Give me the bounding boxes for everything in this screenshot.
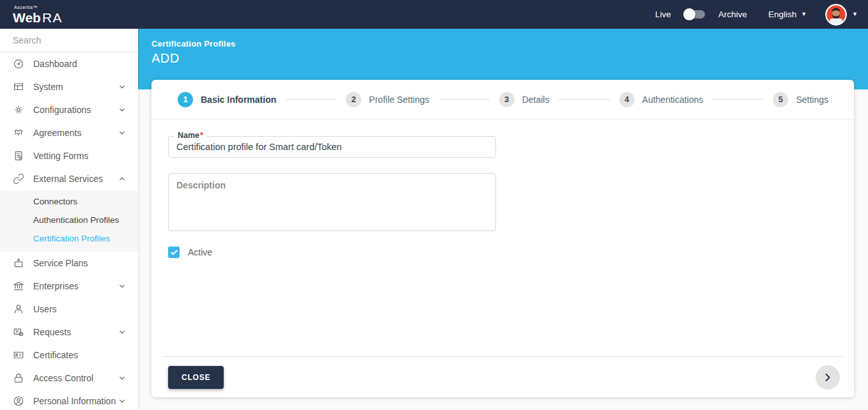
requests-icon <box>13 326 24 338</box>
sidebar-item-access-control[interactable]: Access Control <box>0 367 138 390</box>
archive-label: Archive <box>718 10 747 19</box>
sidebar-item-label: Configurations <box>33 105 118 115</box>
user-menu-caret-icon: ▼ <box>852 11 858 17</box>
users-icon <box>13 303 24 315</box>
language-caret-icon: ▼ <box>801 11 807 17</box>
search-input[interactable] <box>13 35 128 45</box>
step-number: 4 <box>619 92 635 107</box>
live-label: Live <box>655 10 671 19</box>
checkmark-icon <box>170 248 178 257</box>
sidebar-subitem-connectors[interactable]: Connectors <box>0 192 138 211</box>
external-services-submenu: Connectors Authentication Profiles Certi… <box>0 190 138 252</box>
chevron-down-icon <box>118 328 127 337</box>
vetting-forms-icon <box>13 150 24 162</box>
chevron-down-icon <box>118 82 127 91</box>
step-connector <box>713 99 763 100</box>
sidebar-item-vetting-forms[interactable]: Vetting Forms <box>0 144 138 167</box>
sidebar-item-dashboard[interactable]: Dashboard <box>0 52 138 75</box>
active-checkbox-row: Active <box>168 247 837 258</box>
name-field-group: Name* <box>168 136 496 158</box>
sidebar-subitem-authentication-profiles[interactable]: Authentication Profiles <box>0 211 138 229</box>
step-connector <box>439 99 490 100</box>
configurations-icon <box>13 104 24 116</box>
sidebar-item-label: Users <box>33 304 127 314</box>
sidebar-item-system[interactable]: System <box>0 75 138 98</box>
access-control-icon <box>13 372 24 384</box>
sidebar-item-personal-information[interactable]: Personal Information <box>0 390 138 410</box>
close-button[interactable]: CLOSE <box>168 366 224 389</box>
sidebar-item-label: Agreements <box>33 128 118 138</box>
agreements-icon <box>13 127 24 139</box>
sidebar-item-label: Access Control <box>33 373 118 383</box>
sidebar-item-enterprises[interactable]: Enterprises <box>0 275 138 298</box>
sidebar-item-certificates[interactable]: Certificates <box>0 344 138 367</box>
system-icon <box>13 81 24 93</box>
active-checkbox-label: Active <box>188 247 212 257</box>
step-label: Profile Settings <box>369 95 429 105</box>
description-field-group <box>168 173 496 231</box>
card-footer: CLOSE <box>151 357 854 397</box>
chevron-up-icon <box>118 174 127 183</box>
wizard-stepper: 1 Basic Information 2 Profile Settings 3… <box>151 80 854 119</box>
chevron-down-icon <box>118 128 127 137</box>
page-header: Certification Profiles ADD <box>151 39 236 66</box>
step-connector <box>559 99 609 100</box>
add-profile-card: 1 Basic Information 2 Profile Settings 3… <box>151 80 854 397</box>
chevron-down-icon <box>118 397 127 406</box>
brand-company: Ascertia™ <box>14 5 63 10</box>
step-basic-information[interactable]: 1 Basic Information <box>178 92 276 107</box>
service-plans-icon <box>13 257 24 269</box>
step-label: Authentications <box>642 95 704 105</box>
step-number: 1 <box>178 92 193 107</box>
next-step-button[interactable] <box>816 365 840 390</box>
sidebar-subitem-certification-profiles[interactable]: Certification Profiles <box>0 229 138 248</box>
live-archive-toggle[interactable] <box>685 10 705 19</box>
app-logo[interactable]: Ascertia™ WebRA <box>13 5 63 24</box>
external-services-icon <box>13 173 24 185</box>
sidebar-item-label: Certificates <box>33 350 127 360</box>
dashboard-icon <box>13 58 24 70</box>
sidebar-item-external-services[interactable]: External Services <box>0 167 138 190</box>
step-number: 5 <box>773 92 788 107</box>
name-field-label: Name* <box>174 131 206 140</box>
sidebar-item-label: Dashboard <box>33 59 127 69</box>
language-label: English <box>768 10 796 19</box>
sidebar-item-configurations[interactable]: Configurations <box>0 98 138 121</box>
topbar: Ascertia™ WebRA Live Archive English ▼ ▼ <box>0 0 868 29</box>
chevron-right-icon <box>821 371 834 384</box>
language-selector[interactable]: English ▼ <box>768 10 807 19</box>
main-content: Certification Profiles ADD 1 Basic Infor… <box>138 29 868 410</box>
sidebar-item-service-plans[interactable]: Service Plans <box>0 252 138 275</box>
chevron-down-icon <box>118 105 127 114</box>
breadcrumb: Certification Profiles <box>151 39 236 49</box>
description-textarea[interactable] <box>169 174 495 231</box>
sidebar-item-requests[interactable]: Requests <box>0 321 138 344</box>
active-checkbox[interactable] <box>168 247 180 258</box>
sidebar-item-label: Enterprises <box>33 281 118 291</box>
sidebar: Dashboard System Configurations Agreemen… <box>0 29 138 410</box>
personal-information-icon <box>13 395 24 407</box>
sidebar-item-users[interactable]: Users <box>0 298 138 321</box>
sidebar-item-agreements[interactable]: Agreements <box>0 121 138 144</box>
toggle-knob <box>683 8 695 20</box>
name-input[interactable] <box>169 137 495 157</box>
step-details[interactable]: 3 Details <box>499 92 550 107</box>
topbar-controls: Live Archive English ▼ ▼ <box>655 4 858 26</box>
user-menu[interactable]: ▼ <box>825 4 858 26</box>
step-settings[interactable]: 5 Settings <box>773 92 828 107</box>
avatar[interactable] <box>825 4 847 26</box>
certificates-icon <box>13 349 24 361</box>
step-connector <box>286 99 336 100</box>
step-number: 2 <box>346 92 361 107</box>
step-profile-settings[interactable]: 2 Profile Settings <box>346 92 429 107</box>
step-label: Settings <box>796 95 828 105</box>
step-authentications[interactable]: 4 Authentications <box>619 92 704 107</box>
sidebar-item-label: Service Plans <box>33 258 127 268</box>
sidebar-item-label: External Services <box>33 174 118 184</box>
sidebar-item-label: Requests <box>33 327 118 337</box>
required-marker: * <box>200 131 203 140</box>
sidebar-item-label: Personal Information <box>33 396 118 406</box>
step-label: Details <box>522 95 550 105</box>
chevron-down-icon <box>118 374 127 383</box>
basic-information-form: Name* Active <box>151 119 854 356</box>
